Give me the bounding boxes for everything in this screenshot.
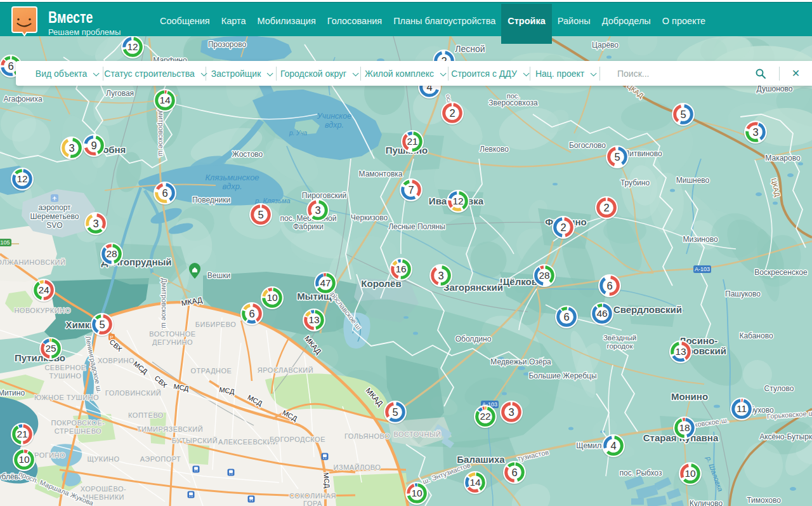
- svg-text:Учинское: Учинское: [317, 112, 351, 121]
- svg-text:3: 3: [508, 406, 514, 418]
- svg-text:Аксёно-Бутырки: Аксёно-Бутырки: [759, 432, 812, 441]
- svg-text:2: 2: [560, 222, 566, 233]
- svg-text:ПОКРОВСКОЕ-: ПОКРОВСКОЕ-: [51, 419, 105, 427]
- svg-text:Медвежьи Озёра: Медвежьи Озёра: [490, 357, 551, 366]
- svg-text:3: 3: [93, 218, 98, 229]
- svg-text:5: 5: [258, 209, 263, 220]
- svg-text:пос. Рыбхоз: пос. Рыбхоз: [620, 469, 662, 477]
- svg-text:14: 14: [159, 95, 171, 105]
- svg-text:ДЕГУНИНО: ДЕГУНИНО: [152, 338, 193, 346]
- svg-text:4: 4: [610, 440, 616, 451]
- svg-text:Трубино: Трубино: [620, 178, 650, 187]
- svg-text:городок: городок: [606, 342, 633, 350]
- svg-text:ИЗМАЙЛОВО: ИЗМАЙЛОВО: [334, 463, 381, 471]
- svg-text:Клязьминское: Клязьминское: [205, 173, 259, 182]
- svg-text:10: 10: [266, 292, 278, 303]
- svg-text:5: 5: [99, 319, 105, 330]
- svg-text:А-103: А-103: [695, 266, 710, 272]
- svg-text:Звёздный: Звёздный: [603, 334, 636, 342]
- svg-text:Дмитровское ш.: Дмитровское ш.: [157, 106, 165, 158]
- svg-text:Лесной: Лесной: [455, 44, 485, 54]
- svg-text:25: 25: [45, 343, 56, 354]
- svg-text:Митино: Митино: [0, 389, 25, 397]
- svg-text:Луговая: Луговая: [106, 89, 134, 98]
- svg-text:2: 2: [449, 107, 455, 119]
- svg-text:Фабрики: Фабрики: [293, 222, 324, 231]
- svg-text:Тимохово: Тимохово: [747, 496, 781, 505]
- svg-text:22: 22: [480, 411, 490, 422]
- svg-text:ЩУКИНО: ЩУКИНО: [87, 455, 119, 463]
- svg-text:2: 2: [603, 202, 609, 213]
- svg-text:Воскресенское: Воскресенское: [754, 268, 808, 277]
- svg-text:Свердловский: Свердловский: [613, 304, 682, 315]
- svg-text:6: 6: [162, 187, 167, 199]
- svg-text:Зверосовхоза: Зверосовхоза: [488, 98, 538, 107]
- svg-text:Куличово: Куличово: [690, 499, 723, 506]
- svg-text:Кабаново: Кабаново: [739, 331, 773, 340]
- svg-text:16: 16: [395, 263, 406, 274]
- svg-text:Левково: Левково: [480, 145, 509, 154]
- svg-text:Царёво: Царёво: [592, 41, 619, 50]
- svg-text:Оболдино: Оболдино: [455, 335, 492, 343]
- svg-text:Е105: Е105: [0, 239, 10, 246]
- svg-text:Мамонтовка: Мамонтовка: [359, 170, 403, 178]
- svg-text:ХОРОШЁВО-: ХОРОШЁВО-: [81, 485, 126, 493]
- svg-text:Пашуково: Пашуково: [725, 290, 761, 298]
- svg-text:Жостово: Жостово: [232, 150, 263, 159]
- svg-text:Лесные Поляны: Лесные Поляны: [388, 222, 445, 231]
- svg-text:Большие Жеребцы: Большие Жеребцы: [528, 371, 596, 380]
- svg-text:МСД: МСД: [322, 472, 331, 489]
- svg-text:28: 28: [539, 270, 549, 281]
- svg-text:21: 21: [16, 429, 27, 439]
- svg-text:12: 12: [452, 196, 463, 206]
- svg-text:3: 3: [315, 204, 320, 216]
- svg-text:6: 6: [8, 60, 13, 72]
- svg-text:р. Уча: р. Уча: [289, 130, 308, 136]
- svg-text:Черкизово: Черкизово: [351, 213, 388, 222]
- svg-text:Литвиново: Литвиново: [624, 149, 662, 158]
- svg-text:ОТРАДНОЕ: ОТРАДНОЕ: [191, 367, 232, 375]
- svg-text:Шереметьево: Шереметьево: [30, 212, 79, 221]
- svg-text:12: 12: [127, 41, 138, 52]
- svg-text:14: 14: [469, 477, 481, 488]
- svg-text:13: 13: [675, 346, 686, 357]
- svg-text:18: 18: [679, 422, 690, 433]
- svg-text:ХОВРИНО: ХОВРИНО: [98, 357, 134, 364]
- svg-text:Вешки: Вешки: [207, 271, 230, 280]
- svg-text:Мизиново: Мизиново: [683, 235, 717, 244]
- svg-text:ГОРА: ГОРА: [303, 500, 322, 506]
- svg-text:6: 6: [511, 467, 517, 478]
- svg-text:11: 11: [737, 403, 747, 414]
- svg-text:АЭРОПОРТ: АЭРОПОРТ: [140, 455, 181, 463]
- svg-text:Макарово: Макарово: [765, 154, 801, 163]
- svg-text:5: 5: [614, 151, 620, 163]
- svg-text:СОКОЛИНАЯ: СОКОЛИНАЯ: [289, 492, 336, 500]
- svg-text:СЕВЕРНОЕ: СЕВЕРНОЕ: [44, 364, 86, 371]
- svg-text:21: 21: [407, 136, 417, 147]
- svg-text:Душоново: Душоново: [757, 84, 793, 93]
- svg-text:НОВОКУРКИНО: НОВОКУРКИНО: [14, 307, 70, 314]
- svg-text:КОПТЕВО: КОПТЕВО: [128, 411, 164, 419]
- svg-text:Пироговский: Пироговский: [302, 191, 346, 200]
- svg-text:Загорянский: Загорянский: [443, 282, 503, 293]
- svg-text:ВОСТОЧНЫЙ: ВОСТОЧНЫЙ: [393, 430, 441, 438]
- svg-text:SVO: SVO: [46, 221, 62, 230]
- svg-text:ЯРОСЛАВСКИЙ: ЯРОСЛАВСКИЙ: [258, 366, 313, 374]
- svg-text:3: 3: [438, 270, 443, 281]
- svg-text:3: 3: [752, 126, 758, 138]
- svg-text:3: 3: [69, 142, 74, 154]
- svg-text:БОГОРОДСКОЕ: БОГОРОДСКОЕ: [270, 436, 325, 443]
- svg-text:10: 10: [18, 454, 30, 465]
- svg-text:5: 5: [680, 109, 686, 120]
- svg-text:ТУШИНО: ТУШИНО: [49, 372, 81, 380]
- svg-text:МОЛЖАНИНОВСКИЙ: МОЛЖАНИНОВСКИЙ: [0, 258, 65, 266]
- svg-text:9: 9: [91, 140, 96, 151]
- svg-text:ЮЖНОЕ ТУШИНО: ЮЖНОЕ ТУШИНО: [34, 394, 99, 401]
- svg-text:БИБИРЕВО: БИБИРЕВО: [195, 321, 236, 328]
- svg-text:БУТЫРСКИЙ: БУТЫРСКИЙ: [172, 437, 218, 444]
- svg-text:ГОЛЬЯНОВО: ГОЛЬЯНОВО: [344, 432, 390, 440]
- svg-text:аэропорт: аэропорт: [38, 203, 71, 212]
- svg-text:вдхр.: вдхр.: [222, 182, 242, 191]
- svg-text:ГОЛОВИНСКИЙ: ГОЛОВИНСКИЙ: [105, 389, 161, 397]
- svg-text:10: 10: [411, 488, 422, 498]
